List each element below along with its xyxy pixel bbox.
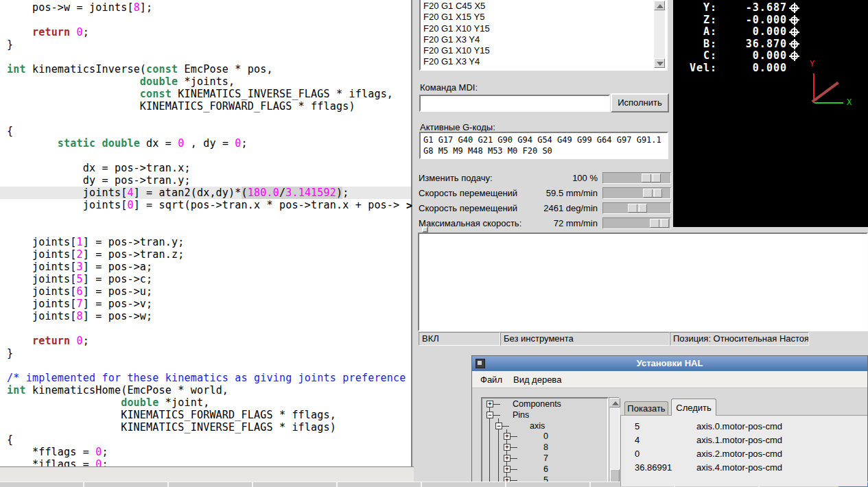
code-line: joints[3] = pos->a;: [7, 261, 411, 273]
dro-axis-label: Vel:: [673, 62, 717, 74]
override-slider[interactable]: [602, 172, 671, 184]
override-row: Изменить подачу:100 %: [414, 172, 675, 185]
tree-node-8[interactable]: 8: [543, 442, 548, 452]
mdi-history-items: F20 G1 C45 X5F20 G1 X15 Y5F20 G1 X10 Y15…: [421, 0, 666, 68]
hal-window-title: Установки HAL: [637, 358, 703, 368]
code-line: return 0;: [7, 335, 411, 347]
slider-handle[interactable]: [642, 174, 661, 182]
collapse-icon[interactable]: −: [495, 423, 502, 429]
scroll-up-icon[interactable]: [609, 398, 620, 407]
hal-tree: +Components−Pins−axis+0+8+7+6+5: [482, 399, 607, 486]
tree-node-pins[interactable]: Pins: [513, 410, 529, 420]
expand-icon[interactable]: +: [504, 433, 511, 440]
tab-show[interactable]: Показать: [624, 401, 668, 415]
mdi-command-input[interactable]: [419, 95, 610, 112]
homed-icon: [790, 4, 798, 12]
slider-handle[interactable]: [643, 189, 662, 198]
override-label: Изменить подачу:: [419, 173, 493, 183]
dro-axis-value: -0.000: [717, 14, 787, 26]
expand-icon[interactable]: +: [504, 444, 511, 451]
x-axis-line: [814, 102, 843, 104]
code-line: int kinematicsInverse(const EmcPose * po…: [7, 63, 411, 75]
hal-config-window: Установки HAL ФайлВид дерева +Components…: [471, 355, 868, 487]
code-editor[interactable]: pos->w = joints[8]; return 0;}int kinema…: [0, 0, 412, 466]
scroll-up-icon[interactable]: [654, 1, 665, 10]
code-line: {: [7, 125, 411, 137]
mdi-history-item[interactable]: F20 G1 X10 Y15: [421, 23, 666, 34]
override-row: Максимальная скорость:72 mm/min: [414, 217, 675, 230]
collapse-icon[interactable]: −: [486, 412, 493, 418]
y-axis-label: Y: [810, 59, 814, 69]
tree-node-0[interactable]: 0: [543, 431, 548, 441]
code-line: KINEMATICS_FORWARD_FLAGS * fflags): [7, 100, 411, 112]
code-line: joints[8] = pos->w;: [7, 310, 411, 322]
expand-icon[interactable]: +: [504, 455, 511, 462]
x-axis-label: X: [847, 97, 852, 107]
code-line: KINEMATICS_INVERSE_FLAGS * iflags): [7, 421, 411, 433]
mdi-history-scrollbar[interactable]: [654, 1, 665, 68]
hal-tree-panel[interactable]: +Components−Pins−axis+0+8+7+6+5: [481, 397, 609, 487]
mdi-history-item[interactable]: F20 G1 X3 Y4: [421, 56, 666, 67]
slider-handle[interactable]: [650, 219, 669, 228]
dro-row: B:36.870: [673, 38, 868, 50]
expand-icon[interactable]: +: [486, 401, 493, 407]
watch-panel: 5axis.0.motor-pos-cmd4axis.1.motor-pos-c…: [620, 415, 868, 487]
hal-menubar: ФайлВид дерева: [472, 371, 867, 388]
tree-node-components[interactable]: Components: [513, 399, 561, 409]
code-lines: pos->w = joints[8]; return 0;}int kinema…: [0, 0, 411, 466]
code-line: [7, 112, 411, 125]
override-slider[interactable]: [602, 187, 671, 199]
code-line: }: [7, 347, 411, 359]
mdi-history-item[interactable]: F20 G1 X10 Y15: [421, 45, 666, 56]
code-line: joints[5] = pos->c;: [7, 273, 411, 285]
execute-button[interactable]: Исполнить: [611, 93, 669, 112]
expand-icon[interactable]: +: [504, 466, 511, 473]
override-label: Скорость перемещений: [419, 203, 517, 213]
code-line: {: [7, 433, 411, 446]
sash-grip[interactable]: [422, 226, 428, 233]
code-line: joints[6] = pos->u;: [7, 285, 411, 298]
mdi-history-item[interactable]: F20 G1 C45 X5: [421, 1, 666, 12]
machine-power-status: ВКЛ: [419, 332, 500, 346]
editor-statusbar: [0, 466, 414, 482]
homed-icon: [790, 52, 798, 60]
override-row: Скорость перемещений59.5 mm/min: [414, 187, 675, 200]
override-slider[interactable]: [602, 202, 671, 214]
mdi-history-list[interactable]: F20 G1 C45 X5F20 G1 X15 Y5F20 G1 X10 Y15…: [419, 0, 668, 71]
watch-pin-value: 36.86991: [635, 462, 683, 473]
code-line: [7, 359, 411, 372]
mdi-history-item[interactable]: F20 G1 X15 Y5: [421, 12, 666, 23]
tool-status: Без инструмента: [500, 332, 670, 346]
tree-connector-line: [511, 447, 517, 448]
code-line: [7, 51, 411, 63]
tree-node-7[interactable]: 7: [543, 453, 548, 463]
override-slider[interactable]: [602, 217, 671, 229]
hal-tree-scrollbar[interactable]: [609, 397, 620, 487]
code-line: double *joints,: [7, 75, 411, 88]
slider-handle[interactable]: [628, 204, 647, 213]
watch-pin-name: axis.0.motor-pos-cmd: [696, 421, 782, 431]
watch-row: 5axis.0.motor-pos-cmd: [621, 421, 867, 435]
tab-watch[interactable]: Следить: [671, 399, 716, 416]
dro-axis-value: 36.870: [717, 38, 787, 50]
menu-item-file[interactable]: Файл: [475, 372, 508, 388]
code-line: *iflags = 0;: [7, 458, 411, 466]
preview-area[interactable]: Y:-3.687Z:-0.000A:0.000B:36.870C:0.000Ve…: [673, 0, 868, 227]
code-line: static double dx = 0 , dy = 0;: [7, 137, 411, 150]
mdi-history-item[interactable]: F20 G1 X3 Y4: [421, 34, 666, 45]
dro-row: Y:-3.687: [673, 2, 868, 14]
code-line: KINEMATICS_FORWARD_FLAGS * fflags,: [7, 409, 411, 421]
dro-row: C:0.000: [673, 50, 868, 62]
tree-node-6[interactable]: 6: [543, 464, 548, 474]
code-line: [7, 322, 411, 335]
override-value: 72 mm/min: [529, 218, 598, 228]
override-value: 100 %: [529, 173, 598, 183]
code-line: const KINEMATICS_INVERSE_FLAGS * iflags,: [7, 88, 411, 100]
watch-row: 4axis.1.motor-pos-cmd: [621, 435, 867, 449]
hal-window-titlebar[interactable]: Установки HAL: [472, 356, 867, 371]
tree-node-axis[interactable]: axis: [530, 421, 545, 431]
menu-item-tree-view[interactable]: Вид дерева: [508, 372, 567, 388]
dro-row: Z:-0.000: [673, 14, 868, 26]
scroll-down-icon[interactable]: [654, 58, 665, 68]
dro-row: A:0.000: [673, 26, 868, 38]
